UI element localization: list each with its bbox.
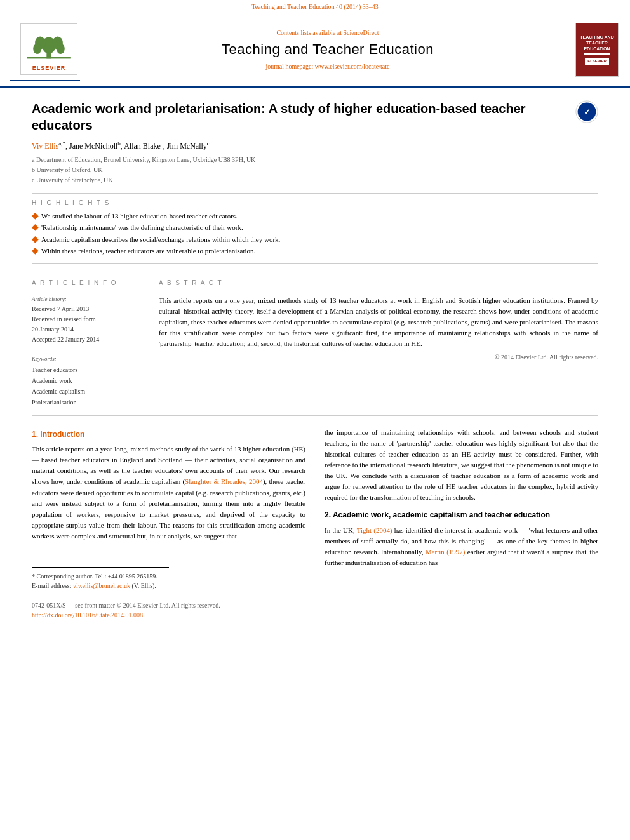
intro-title-text: Introduction	[40, 430, 84, 439]
keyword-list: Teacher educators Academic work Academic…	[32, 364, 146, 408]
affil-c: c University of Strathclyde, UK	[32, 175, 598, 185]
svg-point-5	[57, 44, 65, 54]
issn-line: 0742-051X/$ — see front matter © 2014 El…	[32, 601, 305, 611]
footnote-email-suffix: (V. Ellis).	[130, 582, 156, 589]
article-title-section: Academic work and proletarianisation: A …	[32, 94, 598, 133]
section2-title: 2. Academic work, academic capitalism an…	[325, 509, 598, 521]
bullet-icon-3: ◆	[32, 235, 39, 244]
footnote-corresponding: * Corresponding author. Tel.: +44 01895 …	[32, 571, 169, 581]
science-direct-link[interactable]: ScienceDirect	[343, 29, 379, 36]
author-jane: , Jane McNicholl	[65, 142, 117, 150]
body-columns: 1. Introduction This article reports on …	[32, 422, 598, 620]
article-body: Academic work and proletarianisation: A …	[0, 88, 630, 633]
author-a-sup: a,*	[58, 140, 65, 147]
journal-citation: Teaching and Teacher Education 40 (2014)…	[0, 0, 630, 13]
intro-number: 1.	[32, 430, 38, 439]
keywords-label: Keywords:	[32, 355, 146, 363]
keyword-4: Proletarianisation	[32, 397, 146, 408]
bottom-bar: 0742-051X/$ — see front matter © 2014 El…	[32, 597, 305, 620]
cover-title: TEACHING AND TEACHER EDUCATION	[579, 34, 615, 51]
article-info-panel: A R T I C L E I N F O Article history: R…	[32, 279, 146, 408]
highlight-item-2: ◆ 'Relationship maintenance' was the def…	[32, 223, 598, 232]
homepage-prefix: journal homepage:	[266, 63, 315, 70]
abstract-text: This article reports on a one year, mixe…	[159, 295, 598, 349]
cover-image: TEACHING AND TEACHER EDUCATION ELSEVIER	[575, 23, 620, 77]
author-jim: , Jim McNally	[163, 142, 207, 150]
highlights-section: H I G H L I G H T S ◆ We studied the lab…	[32, 193, 598, 264]
ref-tight[interactable]: Tight (2004)	[357, 526, 392, 534]
highlight-item-4: ◆ Within these relations, teacher educat…	[32, 246, 598, 256]
bullet-icon-2: ◆	[32, 223, 39, 232]
body-right-col: the importance of maintaining relationsh…	[325, 427, 598, 620]
citation-text: Teaching and Teacher Education 40 (2014)…	[251, 3, 378, 10]
accepted-date: Accepted 22 January 2014	[32, 335, 146, 345]
section-divider	[32, 415, 598, 416]
bullet-icon-1: ◆	[32, 211, 39, 221]
footnote-email-prefix: E-mail address:	[32, 582, 73, 589]
homepage-url[interactable]: www.elsevier.com/locate/tate	[315, 63, 390, 70]
svg-rect-6	[27, 57, 71, 59]
affil-b: b University of Oxford, UK	[32, 165, 598, 175]
available-line: Contents lists available at ScienceDirec…	[80, 29, 575, 37]
revised-date: 20 January 2014	[32, 324, 146, 335]
highlight-text-1: We studied the labour of 13 higher educa…	[41, 211, 238, 221]
ref-slaughter[interactable]: Slaughter & Rhoades, 2004	[185, 477, 263, 485]
author-viv[interactable]: Viv Ellis	[32, 142, 58, 150]
body-left-col: 1. Introduction This article reports on …	[32, 427, 305, 620]
journal-title: Teaching and Teacher Education	[80, 40, 575, 60]
keyword-3: Academic capitalism	[32, 386, 146, 397]
ref-martin[interactable]: Martin (1997)	[426, 548, 466, 556]
copyright-line: © 2014 Elsevier Ltd. All rights reserved…	[159, 353, 598, 362]
abstract-header: A B S T R A C T	[159, 279, 598, 290]
intro-para-1: This article reports on a year-long, mix…	[32, 444, 305, 541]
highlight-text-3: Academic capitalism describes the social…	[41, 235, 280, 244]
received-date: Received 7 April 2013	[32, 304, 146, 314]
keyword-1: Teacher educators	[32, 364, 146, 375]
footnote-email: E-mail address: viv.ellis@brunel.ac.uk (…	[32, 581, 169, 590]
article-info-header: A R T I C L E I N F O	[32, 279, 146, 290]
homepage-line: journal homepage: www.elsevier.com/locat…	[80, 62, 575, 71]
section2-number: 2.	[325, 510, 331, 519]
svg-point-4	[33, 44, 41, 54]
available-prefix: Contents lists available at	[276, 29, 343, 36]
footnote-section: * Corresponding author. Tel.: +44 01895 …	[32, 567, 169, 590]
article-info-abstract-section: A R T I C L E I N F O Article history: R…	[32, 272, 598, 408]
highlight-text-2: 'Relationship maintenance' was the defin…	[41, 223, 243, 232]
highlight-item-1: ◆ We studied the labour of 13 higher edu…	[32, 211, 598, 221]
svg-text:✓: ✓	[584, 108, 591, 117]
author-d-sup: c	[207, 140, 210, 147]
authors-line: Viv Ellisa,*, Jane McNichollb, Allan Bla…	[32, 140, 598, 152]
doi-link[interactable]: http://dx.doi.org/10.1016/j.tate.2014.01…	[32, 610, 305, 620]
elsevier-tree-icon	[23, 27, 74, 62]
crossmark-badge[interactable]: ✓	[575, 100, 598, 126]
section2-title-text: Academic work, academic capitalism and t…	[333, 510, 550, 519]
highlights-title: H I G H L I G H T S	[32, 199, 598, 208]
article-title: Academic work and proletarianisation: A …	[32, 100, 575, 133]
affiliations: a Department of Education, Brunel Univer…	[32, 155, 598, 185]
affil-a: a Department of Education, Brunel Univer…	[32, 155, 598, 165]
revised-label: Received in revised form	[32, 314, 146, 324]
journal-header: ELSEVIER Contents lists available at Sci…	[0, 13, 630, 88]
footnote-email-address[interactable]: viv.ellis@brunel.ac.uk	[73, 582, 130, 589]
elsevier-logo: ELSEVIER	[10, 18, 80, 81]
author-allan: , Allan Blake	[121, 142, 161, 150]
highlight-item-3: ◆ Academic capitalism describes the soci…	[32, 235, 598, 244]
highlight-text-4: Within these relations, teacher educator…	[41, 246, 255, 256]
bullet-icon-4: ◆	[32, 246, 39, 256]
section2-para-1: In the UK, Tight (2004) has identified t…	[325, 525, 598, 568]
crossmark-icon: ✓	[575, 100, 598, 123]
intro-section-title: 1. Introduction	[32, 429, 305, 441]
abstract-section: A B S T R A C T This article reports on …	[159, 279, 598, 408]
right-para-1: the importance of maintaining relationsh…	[325, 427, 598, 503]
history-label: Article history:	[32, 295, 146, 303]
keyword-2: Academic work	[32, 375, 146, 386]
